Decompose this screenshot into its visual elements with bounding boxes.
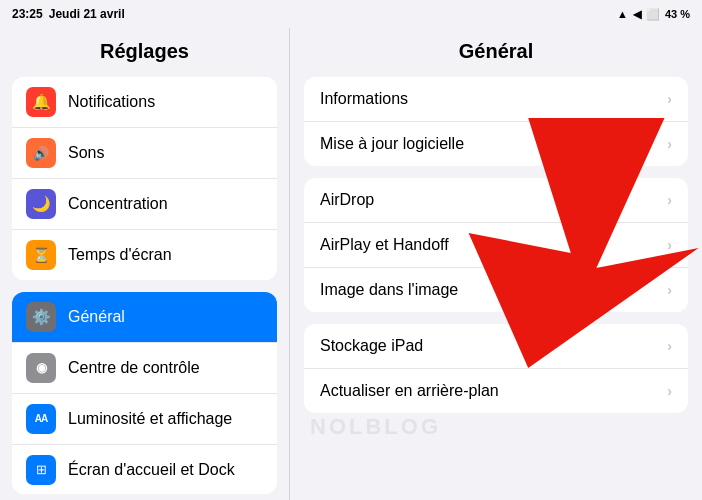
right-item-actualiser[interactable]: Actualiser en arrière-plan › [304,369,688,413]
left-panel: Réglages 🔔 Notifications 🔊 Sons 🌙 Concen… [0,28,290,500]
chevron-icon: › [667,282,672,298]
luminosite-icon: AA [26,404,56,434]
right-group-2: AirDrop › AirPlay et Handoff › Image dan… [304,178,688,312]
actualiser-label: Actualiser en arrière-plan [320,382,499,400]
sidebar-item-general[interactable]: ⚙️ Général [12,292,277,343]
general-label: Général [68,308,125,326]
chevron-icon: › [667,136,672,152]
chevron-icon: › [667,338,672,354]
settings-group-2: ⚙️ Général ◉ Centre de contrôle AA Lumin… [12,292,277,495]
watermark: NOLBLOG [310,414,441,440]
stockage-label: Stockage iPad [320,337,423,355]
time: 23:25 [12,7,43,21]
notifications-label: Notifications [68,93,155,111]
image-label: Image dans l'image [320,281,458,299]
status-bar: 23:25 Jeudi 21 avril ▲ ◀ ⬜ 43 % [0,0,702,28]
wifi-icon: ▲ [617,8,628,20]
right-item-image[interactable]: Image dans l'image › [304,268,688,312]
concentration-label: Concentration [68,195,168,213]
sidebar-item-notifications[interactable]: 🔔 Notifications [12,77,277,128]
status-right: ▲ ◀ ⬜ 43 % [617,8,690,21]
luminosite-label: Luminosité et affichage [68,410,232,428]
maj-label: Mise à jour logicielle [320,135,464,153]
sidebar-item-centre[interactable]: ◉ Centre de contrôle [12,343,277,394]
right-item-airplay[interactable]: AirPlay et Handoff › [304,223,688,268]
chevron-icon: › [667,383,672,399]
chevron-icon: › [667,237,672,253]
centre-label: Centre de contrôle [68,359,200,377]
temps-icon: ⏳ [26,240,56,270]
chevron-icon: › [667,91,672,107]
sons-icon: 🔊 [26,138,56,168]
right-item-stockage[interactable]: Stockage iPad › [304,324,688,369]
sidebar-item-temps[interactable]: ⏳ Temps d'écran [12,230,277,280]
sidebar-item-concentration[interactable]: 🌙 Concentration [12,179,277,230]
temps-label: Temps d'écran [68,246,172,264]
right-item-informations[interactable]: Informations › [304,77,688,122]
panels-wrapper: Réglages 🔔 Notifications 🔊 Sons 🌙 Concen… [0,28,702,500]
informations-label: Informations [320,90,408,108]
concentration-icon: 🌙 [26,189,56,219]
left-panel-title: Réglages [0,28,289,71]
right-item-maj[interactable]: Mise à jour logicielle › [304,122,688,166]
ecran-icon: ⊞ [26,455,56,485]
chevron-icon: › [667,192,672,208]
battery-percent: 43 % [665,8,690,20]
status-left: 23:25 Jeudi 21 avril [12,7,125,21]
centre-icon: ◉ [26,353,56,383]
right-group-3: Stockage iPad › Actualiser en arrière-pl… [304,324,688,413]
battery-icon: ⬜ [646,8,660,21]
airdrop-label: AirDrop [320,191,374,209]
sidebar-item-luminosite[interactable]: AA Luminosité et affichage [12,394,277,445]
right-group-1: Informations › Mise à jour logicielle › [304,77,688,166]
ecran-label: Écran d'accueil et Dock [68,461,235,479]
date: Jeudi 21 avril [49,7,125,21]
right-item-airdrop[interactable]: AirDrop › [304,178,688,223]
settings-group-1: 🔔 Notifications 🔊 Sons 🌙 Concentration ⏳ [12,77,277,280]
general-icon: ⚙️ [26,302,56,332]
sidebar-item-sons[interactable]: 🔊 Sons [12,128,277,179]
right-panel-title: Général [290,28,702,71]
sons-label: Sons [68,144,104,162]
notifications-icon: 🔔 [26,87,56,117]
sidebar-item-ecran[interactable]: ⊞ Écran d'accueil et Dock [12,445,277,495]
airplay-label: AirPlay et Handoff [320,236,449,254]
signal-icon: ◀ [633,8,641,21]
